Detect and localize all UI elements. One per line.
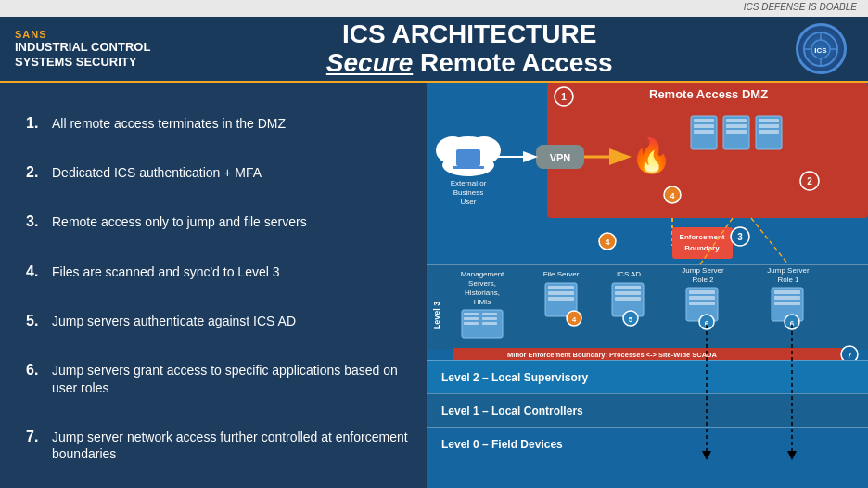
list-item-4: 4. Files are scanned and sync'd to Level… xyxy=(26,263,408,280)
svg-rect-18 xyxy=(456,149,480,166)
header-left: SANS INDUSTRIAL CONTROL SYSTEMS SECURITY xyxy=(15,29,150,69)
svg-rect-64 xyxy=(545,283,577,316)
svg-rect-82 xyxy=(689,302,715,305)
svg-rect-20 xyxy=(536,145,584,169)
svg-rect-103 xyxy=(427,427,868,460)
svg-text:🔥: 🔥 xyxy=(631,135,672,175)
svg-rect-79 xyxy=(686,288,718,321)
svg-text:ICS: ICS xyxy=(814,46,827,55)
svg-rect-100 xyxy=(427,393,868,427)
svg-rect-57 xyxy=(464,313,479,315)
svg-text:HMIs: HMIs xyxy=(474,298,491,306)
svg-rect-60 xyxy=(482,313,497,315)
right-panel: 1 Remote Access DMZ External or Business… xyxy=(427,83,868,488)
header-center: ICS ARCHITECTURE Secure Remote Access xyxy=(150,20,788,78)
svg-text:4: 4 xyxy=(670,191,674,200)
svg-text:ICS AD: ICS AD xyxy=(617,270,641,278)
svg-rect-33 xyxy=(759,119,779,122)
svg-rect-65 xyxy=(548,286,574,289)
svg-text:4: 4 xyxy=(572,315,577,324)
svg-point-36 xyxy=(800,172,819,190)
svg-rect-74 xyxy=(615,297,641,301)
main-title: ICS ARCHITECTURE Secure Remote Access xyxy=(150,20,788,78)
svg-text:Minor Enforcement Boundary: Pr: Minor Enforcement Boundary: Processes <-… xyxy=(507,351,717,359)
svg-rect-101 xyxy=(427,393,868,394)
svg-point-11 xyxy=(442,136,494,170)
svg-rect-59 xyxy=(464,322,479,325)
list-num-7: 7. xyxy=(26,429,43,445)
svg-line-110 xyxy=(700,218,733,264)
network-svg: 1 Remote Access DMZ External or Business… xyxy=(427,83,868,488)
svg-rect-80 xyxy=(689,290,715,294)
svg-text:Role 1: Role 1 xyxy=(777,276,799,284)
svg-text:User: User xyxy=(461,198,477,206)
svg-rect-25 xyxy=(694,119,714,122)
svg-rect-50 xyxy=(427,264,868,265)
svg-point-13 xyxy=(467,136,501,164)
svg-rect-30 xyxy=(726,124,747,128)
svg-point-47 xyxy=(731,227,749,246)
ics-title-line2: SYSTEMS SECURITY xyxy=(15,55,150,70)
svg-rect-98 xyxy=(427,360,868,361)
svg-point-95 xyxy=(841,346,858,363)
svg-rect-7 xyxy=(547,83,868,218)
svg-rect-31 xyxy=(726,130,747,134)
svg-text:Remote Access DMZ: Remote Access DMZ xyxy=(649,87,768,101)
svg-line-111 xyxy=(751,218,788,264)
list-item-3: 3. Remote access only to jump and file s… xyxy=(26,213,408,230)
header: SANS INDUSTRIAL CONTROL SYSTEMS SECURITY… xyxy=(0,17,868,83)
svg-text:Management: Management xyxy=(461,270,504,278)
svg-text:Level 0 – Field Devices: Level 0 – Field Devices xyxy=(441,438,563,451)
svg-text:Servers,: Servers, xyxy=(468,279,496,288)
svg-rect-87 xyxy=(772,288,803,321)
svg-text:Business: Business xyxy=(453,188,483,197)
list-num-5: 5. xyxy=(26,313,43,329)
list-text-7: Jump server network access further contr… xyxy=(52,429,408,462)
svg-point-42 xyxy=(599,233,616,250)
svg-text:Level 1 – Local Controllers: Level 1 – Local Controllers xyxy=(441,405,583,417)
svg-text:Level 2 – Local Supervisory: Level 2 – Local Supervisory xyxy=(441,371,588,384)
svg-rect-93 xyxy=(453,348,842,361)
list-item-6: 6. Jump servers grant access to specific… xyxy=(26,362,408,395)
svg-text:5: 5 xyxy=(629,315,633,324)
svg-rect-32 xyxy=(756,116,782,149)
header-right: ICS xyxy=(788,23,853,74)
sans-logo: SANS xyxy=(15,29,150,40)
top-bar: ICS DEFENSE IS DOABLE xyxy=(0,0,868,17)
svg-marker-109 xyxy=(787,451,797,460)
list-num-2: 2. xyxy=(26,164,43,181)
svg-rect-104 xyxy=(427,427,868,428)
svg-rect-35 xyxy=(759,130,779,134)
list-text-1: All remote access terminates in the DMZ xyxy=(52,115,286,132)
list-num-4: 4. xyxy=(26,263,43,280)
svg-text:Role 2: Role 2 xyxy=(692,276,714,284)
svg-rect-19 xyxy=(453,166,484,169)
svg-point-83 xyxy=(699,315,714,329)
svg-rect-97 xyxy=(427,360,868,393)
svg-rect-58 xyxy=(464,317,479,320)
title-secure: Secure xyxy=(326,48,413,77)
svg-rect-28 xyxy=(723,116,749,149)
list-item-1: 1. All remote access terminates in the D… xyxy=(26,115,408,132)
list-num-1: 1. xyxy=(26,115,43,132)
svg-point-75 xyxy=(623,311,638,326)
top-bar-label: ICS DEFENSE IS DOABLE xyxy=(744,2,857,12)
svg-rect-66 xyxy=(548,291,574,295)
svg-text:Jump Server: Jump Server xyxy=(682,266,724,275)
svg-text:Historians,: Historians, xyxy=(465,289,500,297)
svg-rect-56 xyxy=(462,310,503,338)
list-item-2: 2. Dedicated ICS authentication + MFA xyxy=(26,164,408,181)
svg-point-38 xyxy=(664,186,681,203)
svg-text:Level 3: Level 3 xyxy=(432,302,441,330)
svg-rect-72 xyxy=(615,286,641,289)
svg-point-68 xyxy=(567,311,581,326)
svg-rect-27 xyxy=(694,130,714,134)
svg-rect-29 xyxy=(726,119,747,122)
svg-rect-88 xyxy=(774,290,800,294)
svg-rect-71 xyxy=(612,283,644,316)
svg-text:Enforcement: Enforcement xyxy=(680,233,725,241)
title-line1: ICS ARCHITECTURE xyxy=(342,19,596,48)
svg-rect-24 xyxy=(691,116,717,149)
svg-text:VPN: VPN xyxy=(550,152,571,163)
list-text-6: Jump servers grant access to specific ap… xyxy=(52,362,408,395)
